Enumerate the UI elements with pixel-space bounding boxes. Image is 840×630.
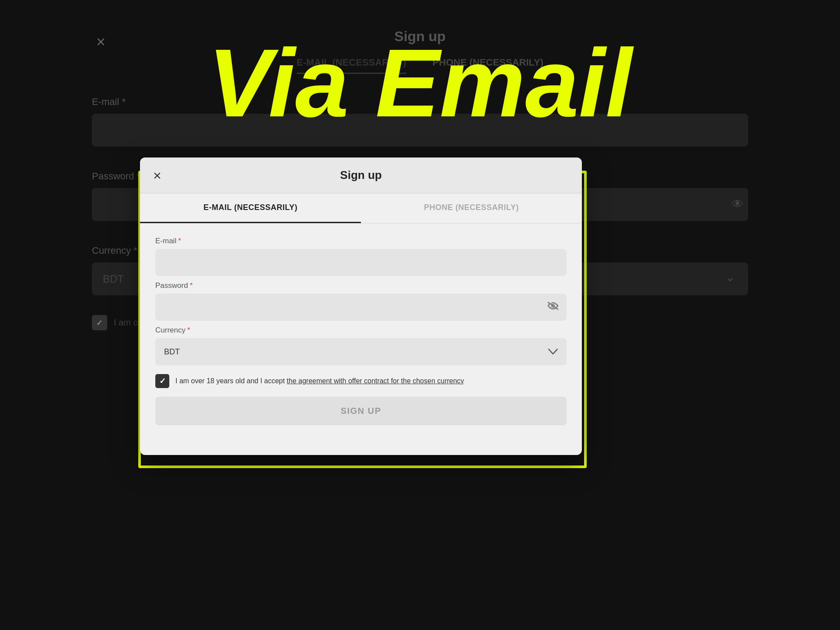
tab-phone[interactable]: PHONE (NECESSARILY) — [361, 193, 582, 223]
bg-currency-chevron-icon: ⌄ — [725, 270, 735, 284]
bg-checkbox-row: ✓ I am o — [92, 315, 138, 330]
modal-body: E-mail* Password* — [140, 224, 582, 438]
bg-close-icon: × — [96, 33, 105, 51]
email-input-wrapper — [155, 249, 567, 276]
checkbox-text: I am over 18 years old and I accept the … — [175, 377, 464, 385]
bg-checkbox-text: I am o — [114, 318, 138, 328]
terms-checkbox[interactable]: ✓ — [155, 374, 169, 388]
modal-tabs: E-MAIL (NECESSARILY) PHONE (NECESSARILY) — [140, 193, 582, 224]
bg-currency-value: BDT — [103, 273, 124, 285]
signup-modal: × Sign up E-MAIL (NECESSARILY) PHONE (NE… — [140, 158, 582, 455]
currency-label: Currency* — [155, 326, 567, 335]
checkbox-check-icon: ✓ — [159, 376, 166, 386]
password-eye-toggle-icon[interactable] — [547, 301, 559, 313]
modal-title: Sign up — [340, 168, 382, 182]
bg-checkbox: ✓ — [92, 315, 107, 330]
bg-eye-icon: 👁 — [732, 197, 744, 211]
bg-currency-label: Currency * — [92, 245, 137, 256]
currency-field-group: Currency* BDT — [155, 326, 567, 365]
terms-checkbox-row: ✓ I am over 18 years old and I accept th… — [155, 374, 567, 388]
bg-email-label: E-mail * — [92, 96, 126, 108]
email-label: E-mail* — [155, 237, 567, 245]
password-label: Password* — [155, 281, 567, 290]
currency-chevron-icon — [548, 346, 558, 357]
tab-email[interactable]: E-MAIL (NECESSARILY) — [140, 193, 361, 223]
terms-link[interactable]: the agreement with offer contract for th… — [287, 377, 464, 385]
signup-button[interactable]: SIGN UP — [155, 397, 567, 425]
modal-header: × Sign up — [140, 158, 582, 193]
currency-select[interactable]: BDT — [155, 338, 567, 365]
via-email-text: Via Email — [208, 29, 632, 137]
password-field-group: Password* — [155, 281, 567, 321]
email-field-group: E-mail* — [155, 237, 567, 276]
bg-password-label: Password * — [92, 171, 140, 182]
password-input[interactable] — [155, 294, 567, 321]
currency-selected-value: BDT — [164, 347, 180, 357]
password-input-wrapper — [155, 294, 567, 321]
email-input[interactable] — [155, 249, 567, 276]
modal-close-button[interactable]: × — [153, 168, 161, 182]
via-email-overlay: Via Email — [208, 35, 632, 131]
